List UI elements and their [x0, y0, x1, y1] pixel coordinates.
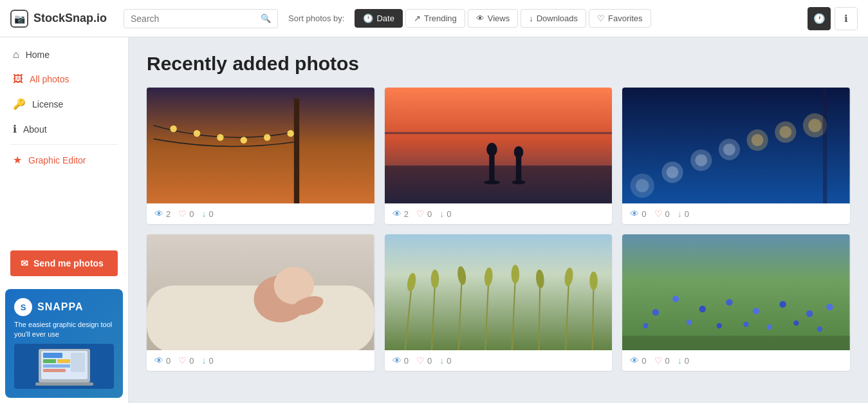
- photo-card-3[interactable]: 👁 0 ♡ 0 ↓ 0: [622, 88, 850, 224]
- dl-icon-6: ↓: [678, 355, 682, 366]
- dl-stat-2: ↓ 0: [439, 209, 451, 219]
- sidebar-item-about[interactable]: ℹ About: [0, 117, 128, 142]
- dl-count-5: 0: [447, 356, 451, 366]
- svg-rect-24: [516, 156, 521, 183]
- svg-rect-6: [43, 369, 66, 372]
- header-right: 🕐 ℹ: [808, 7, 858, 30]
- photo-card-2[interactable]: 👁 2 ♡ 0 ↓ 0: [385, 88, 613, 224]
- svg-point-34: [723, 144, 735, 156]
- sort-date-label: Date: [376, 14, 394, 23]
- sort-date-icon: 🕐: [363, 14, 373, 23]
- photo-stats-5: 👁 0 ♡ 0 ↓ 0: [385, 350, 613, 371]
- views-stat-2: 👁 2: [392, 209, 409, 219]
- search-box: 🔍: [124, 9, 278, 28]
- logo-icon: 📷: [10, 10, 28, 28]
- dl-count-4: 0: [208, 356, 213, 366]
- views-count-5: 0: [404, 356, 409, 366]
- sidebar-item-home[interactable]: ⌂ Home: [0, 42, 128, 67]
- snappa-logo: S: [14, 298, 32, 316]
- svg-point-15: [264, 134, 270, 140]
- views-stat-6: 👁 0: [630, 355, 646, 366]
- logo-text: StockSnap.io: [33, 12, 107, 25]
- views-count-2: 2: [404, 209, 409, 219]
- laptop-illustration: [35, 346, 93, 386]
- svg-point-13: [217, 134, 223, 140]
- sort-trending-label: Trending: [424, 14, 457, 23]
- svg-point-65: [652, 309, 659, 315]
- svg-point-67: [699, 306, 706, 312]
- views-count-3: 0: [642, 209, 646, 219]
- svg-point-79: [817, 326, 822, 332]
- svg-rect-4: [57, 359, 70, 363]
- svg-point-78: [794, 321, 799, 326]
- sidebar-graphic-editor-label: Graphic Editor: [28, 155, 86, 165]
- dl-icon-2: ↓: [439, 209, 444, 219]
- svg-point-22: [486, 143, 497, 156]
- photo-svg-3: [622, 88, 850, 203]
- snappa-brand: SNAPPA: [37, 301, 84, 313]
- sort-date-button[interactable]: 🕐 Date: [355, 9, 402, 28]
- layout: ⌂ Home 🖼 All photos 🔑 License ℹ About ★ …: [0, 37, 868, 403]
- photo-svg-2: [385, 88, 613, 203]
- sidebar-home-label: Home: [26, 50, 50, 60]
- views-count-6: 0: [642, 356, 646, 366]
- heart-icon-1: ♡: [178, 209, 187, 219]
- svg-rect-80: [622, 336, 850, 350]
- photo-stats-1: 👁 2 ♡ 0 ↓ 0: [147, 203, 374, 224]
- sort-favorites-button[interactable]: ♡ Favorites: [589, 9, 651, 28]
- photo-card-4[interactable]: 👁 0 ♡ 0 ↓ 0: [147, 234, 374, 371]
- settings-icon: 🕐: [813, 13, 826, 24]
- settings-button[interactable]: 🕐: [808, 7, 831, 30]
- photo-card-6[interactable]: 👁 0 ♡ 0 ↓ 0: [622, 234, 850, 371]
- sort-trending-button[interactable]: ↗ Trending: [405, 9, 465, 28]
- sidebar-item-all-photos[interactable]: 🖼 All photos: [0, 67, 128, 91]
- svg-point-30: [667, 166, 679, 178]
- sort-views-button[interactable]: 👁 Views: [468, 9, 518, 28]
- likes-stat-2: ♡ 0: [416, 209, 432, 219]
- snappa-tagline: The easiest graphic design tool you'll e…: [14, 320, 114, 339]
- license-icon: 🔑: [13, 98, 26, 110]
- heart-icon-2: ♡: [416, 209, 425, 219]
- photo-thumb-3: [622, 88, 850, 203]
- send-photos-button[interactable]: ✉ Send me photos: [10, 250, 118, 276]
- svg-rect-10: [294, 98, 299, 203]
- svg-point-63: [589, 272, 597, 290]
- logo[interactable]: 📷 StockSnap.io: [10, 10, 113, 28]
- likes-count-4: 0: [189, 356, 194, 366]
- sort-views-icon: 👁: [476, 14, 485, 23]
- svg-point-32: [696, 155, 708, 167]
- sort-downloads-button[interactable]: ↓ Downloads: [521, 9, 586, 28]
- nav-divider: [10, 144, 118, 145]
- dl-icon-1: ↓: [201, 209, 206, 219]
- svg-rect-19: [385, 165, 613, 203]
- info-button[interactable]: ℹ: [835, 7, 858, 30]
- home-icon: ⌂: [13, 49, 19, 61]
- svg-point-14: [241, 136, 247, 143]
- svg-point-68: [726, 299, 733, 305]
- photo-thumb-5: [385, 234, 613, 350]
- search-input[interactable]: [131, 14, 255, 24]
- page-title: Recently added photos: [147, 53, 850, 75]
- photo-stats-6: 👁 0 ♡ 0 ↓ 0: [622, 350, 850, 371]
- photo-card-5[interactable]: 👁 0 ♡ 0 ↓ 0: [385, 234, 613, 371]
- views-count-1: 2: [166, 209, 171, 219]
- photo-card-1[interactable]: 👁 2 ♡ 0 ↓ 0: [147, 88, 374, 224]
- dl-icon-3: ↓: [678, 209, 682, 219]
- svg-rect-41: [823, 88, 827, 203]
- search-icon: 🔍: [261, 14, 271, 23]
- eye-icon-6: 👁: [630, 355, 639, 366]
- svg-rect-8: [35, 382, 93, 386]
- heart-icon-5: ♡: [416, 355, 425, 366]
- svg-point-16: [287, 130, 293, 136]
- sidebar-item-graphic-editor[interactable]: ★ Graphic Editor: [0, 147, 128, 173]
- dl-stat-5: ↓ 0: [439, 355, 451, 366]
- eye-icon-5: 👁: [392, 355, 402, 366]
- dl-stat-6: ↓ 0: [678, 355, 689, 366]
- svg-point-77: [767, 324, 772, 330]
- svg-point-38: [780, 126, 792, 138]
- snappa-ad[interactable]: S SNAPPA The easiest graphic design tool…: [5, 289, 123, 398]
- all-photos-icon: 🖼: [13, 73, 23, 85]
- sort-buttons: 🕐 Date ↗ Trending 👁 Views ↓ Downloads ♡ …: [355, 9, 651, 28]
- sidebar-item-license[interactable]: 🔑 License: [0, 91, 128, 117]
- photo-thumb-4: [147, 234, 374, 350]
